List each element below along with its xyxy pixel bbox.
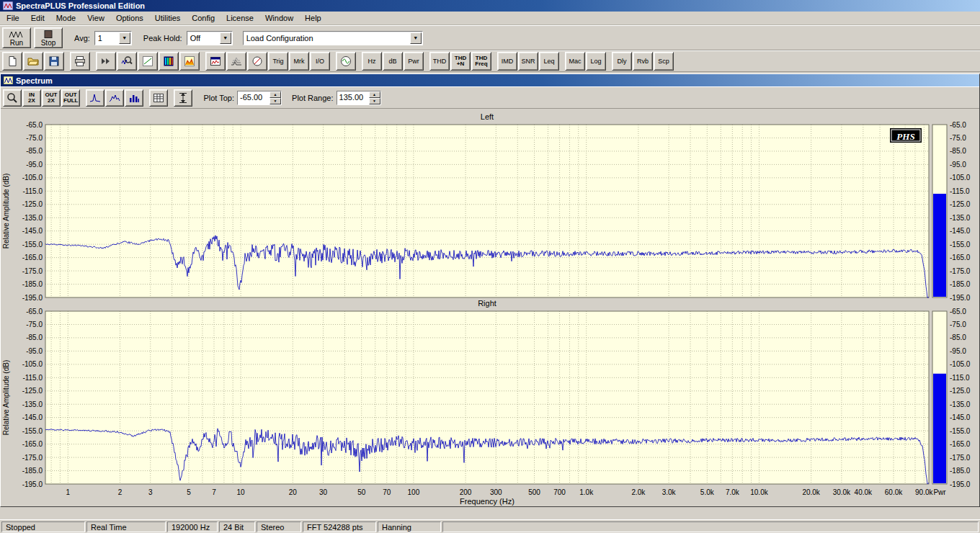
save-button[interactable]	[44, 52, 64, 71]
legend-tick-label: -175.0	[950, 267, 971, 275]
run-button[interactable]: Run	[2, 27, 31, 48]
plot-top-spinbox[interactable]: -65.00 ▲ ▼	[237, 91, 282, 105]
hz-button[interactable]: Hz	[362, 52, 382, 71]
plot-range-decrement-button[interactable]: ▼	[369, 98, 380, 104]
dly-button[interactable]: Dly	[612, 52, 632, 71]
menu-mode[interactable]: Mode	[50, 12, 82, 24]
status-sample-rate: 192000 Hz	[167, 521, 218, 532]
legend-tick-label: -125.0	[950, 200, 971, 208]
menu-view[interactable]: View	[81, 12, 110, 24]
thd-freq-button[interactable]: THDFreq	[471, 52, 491, 71]
zoom-out-2x-button[interactable]: OUT2X	[42, 89, 61, 107]
spectrum-display-icon	[210, 55, 221, 67]
peak-curve-icon	[89, 92, 101, 104]
legend-tick-label: -195.0	[950, 480, 971, 488]
zoom-out-full-button[interactable]: OUTFULL	[61, 89, 80, 107]
dropdown-arrow-icon[interactable]: ▼	[220, 32, 231, 44]
menu-license[interactable]: License	[220, 12, 259, 24]
legend-tick-label: -185.0	[950, 467, 971, 475]
amplitude-scale-button[interactable]	[174, 89, 192, 107]
log-button[interactable]: Log	[586, 52, 606, 71]
plot-canvas-left[interactable]	[45, 125, 929, 297]
plot-top-increment-button[interactable]: ▲	[270, 91, 281, 98]
spectrum-display-button[interactable]	[205, 52, 226, 71]
dropdown-arrow-icon[interactable]: ▼	[119, 32, 130, 44]
process-file-button[interactable]	[96, 52, 116, 71]
x-tick-label: 300	[490, 488, 502, 496]
pwr-label: Pwr	[933, 488, 946, 496]
phase-display-button[interactable]	[247, 52, 267, 71]
mac-button[interactable]: Mac	[565, 52, 585, 71]
x-tick-label: 2.0k	[631, 488, 646, 496]
peak-hold-value: Off	[187, 34, 219, 42]
time-series-button[interactable]	[138, 52, 158, 71]
spectrum-titlebar[interactable]: Spectrum	[1, 74, 979, 86]
run-icon	[9, 30, 24, 39]
plot-canvas-right[interactable]	[45, 311, 929, 484]
x-tick-label: 7	[212, 488, 216, 496]
spectrum-window: Spectrum IN2XOUT2XOUTFULL Plot Top: -65.…	[0, 73, 980, 507]
icon-toolbar: TrigMrkI/OHzdBPwrTHDTHD+NTHDFreqIMDSNRLe…	[0, 50, 980, 72]
peak-hold-display-button[interactable]	[86, 89, 104, 107]
new-button[interactable]	[2, 52, 22, 71]
thd-button[interactable]: THD	[429, 52, 450, 71]
snr-button[interactable]: SNR	[518, 52, 538, 71]
plot-range-increment-button[interactable]: ▲	[369, 91, 380, 98]
legend-level-right	[933, 374, 946, 483]
dropdown-arrow-icon[interactable]: ▼	[410, 32, 422, 44]
load-configuration-combo[interactable]: Load Configuration ▼	[243, 31, 423, 45]
legend-tick-label: -185.0	[950, 280, 971, 288]
main-toolbar: Run Stop Avg: 1 ▼ Peak Hold: Off ▼ Load …	[0, 25, 980, 50]
peak-hold-combo[interactable]: Off ▼	[187, 31, 233, 45]
line-plot-button[interactable]	[105, 89, 124, 107]
plot-range-value[interactable]: 135.00	[337, 91, 369, 104]
legend-tick-label: -115.0	[950, 374, 970, 382]
bar-plot-button[interactable]	[125, 89, 143, 107]
x-tick-label: 1.0k	[579, 488, 594, 496]
legend-tick-label: -105.0	[950, 174, 971, 182]
surface-plot-button[interactable]	[179, 52, 200, 71]
status-fft: FFT 524288 pts	[303, 521, 376, 532]
print-button[interactable]	[70, 52, 90, 71]
spectrogram-button[interactable]	[159, 52, 179, 71]
stop-button[interactable]: Stop	[34, 27, 63, 48]
zoom-tool-button[interactable]	[3, 89, 22, 107]
legend-level-left	[933, 194, 946, 297]
db-button[interactable]: dB	[383, 52, 403, 71]
zoom-in-2x-button[interactable]: IN2X	[22, 89, 41, 107]
menu-window[interactable]: Window	[259, 12, 299, 24]
titlebar[interactable]: SpectraPLUS Professional Edition	[0, 0, 980, 12]
waterfall-button[interactable]	[226, 52, 246, 71]
leq-button[interactable]: Leq	[539, 52, 559, 71]
spectrum-curve-icon	[109, 92, 120, 104]
menu-config[interactable]: Config	[186, 12, 220, 24]
app-window: SpectraPLUS Professional Edition FileEdi…	[0, 0, 980, 533]
plot-top-decrement-button[interactable]: ▼	[270, 98, 281, 104]
rvb-button[interactable]: Rvb	[633, 52, 653, 71]
scp-button[interactable]: Scp	[654, 52, 674, 71]
menu-utilities[interactable]: Utilities	[149, 12, 186, 24]
thd-n-button[interactable]: THD+N	[450, 52, 471, 71]
x-tick-label: 200	[460, 488, 472, 496]
trigger-button[interactable]: Trig	[268, 52, 288, 71]
table-display-button[interactable]	[149, 89, 168, 107]
imd-button[interactable]: IMD	[497, 52, 517, 71]
menu-file[interactable]: File	[1, 12, 25, 24]
menu-help[interactable]: Help	[299, 12, 327, 24]
status-state: Stopped	[1, 521, 85, 532]
open-button[interactable]	[23, 52, 43, 71]
menu-edit[interactable]: Edit	[25, 12, 50, 24]
phase-icon	[251, 55, 263, 67]
marker-button[interactable]: Mrk	[289, 52, 309, 71]
x-tick-label: 3	[148, 488, 153, 496]
menu-options[interactable]: Options	[110, 12, 149, 24]
plot-top-label: Plot Top:	[202, 94, 236, 102]
y-tick-label: -95.0	[26, 161, 43, 169]
zoom-button[interactable]	[117, 52, 137, 71]
avg-combo[interactable]: 1 ▼	[94, 31, 132, 45]
signal-generator-button[interactable]	[336, 52, 356, 71]
plot-range-spinbox[interactable]: 135.00 ▲ ▼	[337, 91, 381, 105]
plot-top-value[interactable]: -65.00	[238, 91, 270, 104]
pwr-button[interactable]: Pwr	[404, 52, 424, 71]
io-button[interactable]: I/O	[310, 52, 330, 71]
